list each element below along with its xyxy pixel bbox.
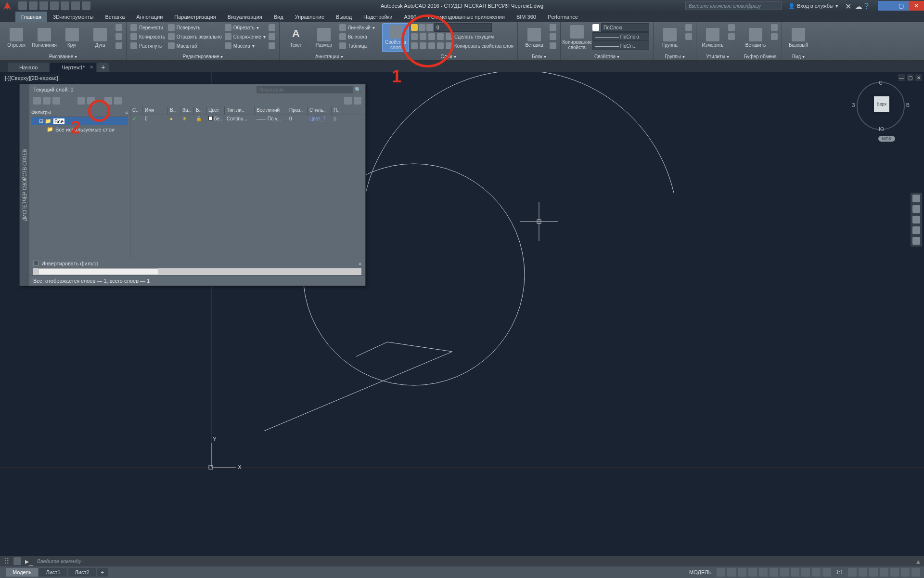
util-1[interactable] [727,23,736,32]
match-props-button[interactable]: Копирование свойств [564,23,590,52]
close-button[interactable]: ✕ [909,1,924,11]
tab-performance[interactable]: Performance [542,12,584,22]
layer-states-icon[interactable] [52,97,60,105]
insert-block-button[interactable]: Вставка [521,23,548,52]
ungroup-button[interactable] [684,23,693,32]
cmdline-handle-icon[interactable]: ⠿ [4,557,10,566]
col-freeze[interactable]: За.. [180,106,194,115]
layer-row-0[interactable]: ✔ 0 ● ☀ 🔓 бе.. Continu... —— По у... 0 Ц… [130,115,365,124]
cmdline-prompt-icon[interactable] [13,557,21,565]
cloud-icon[interactable]: ☁ [855,2,862,10]
dynucs-toggle-icon[interactable] [812,568,821,577]
cut-button[interactable] [770,23,779,32]
layout-sheet2[interactable]: Лист2 [68,568,96,577]
qat-new-icon[interactable] [18,1,27,10]
model-space-toggle[interactable]: МОДЕЛЬ [686,569,715,575]
table-button[interactable]: Таблица [338,41,376,50]
tab-home[interactable]: Главная [15,12,47,22]
draw-extra-2[interactable] [115,32,123,41]
tab-addins[interactable]: Надстройки [358,12,398,22]
stretch-button[interactable]: Растянуть [129,41,166,50]
tab-close-icon[interactable]: ✕ [90,65,93,70]
clean-screen-icon[interactable] [901,568,910,577]
col-linetype[interactable]: Тип ли.. [225,106,255,115]
tab-insert[interactable]: Вставка [99,12,130,22]
panel-block-label[interactable]: Блок ▾ [521,53,557,60]
group-edit-button[interactable] [684,32,693,41]
new-layer-icon[interactable] [77,97,85,105]
col-color[interactable]: Цвет [206,106,225,115]
panel-props-label[interactable]: Свойства ▾ [564,53,650,60]
set-current-icon[interactable] [114,97,122,105]
tab-view[interactable]: Вид [268,12,289,22]
qat-redo-icon[interactable] [82,1,90,10]
tab-annotate[interactable]: Аннотации [130,12,168,22]
layer-row-icons[interactable]: Сделать текущим [410,32,514,41]
qat-undo-icon[interactable] [71,1,80,10]
exchange-icon[interactable]: ✕ [845,2,853,10]
layer-properties-button[interactable]: Свойства слоя [382,23,409,52]
dimension-button[interactable]: Размер [310,23,337,52]
tab-3dtools[interactable]: 3D-инструменты [47,12,100,22]
anno-scale[interactable]: 1:1 [833,569,846,575]
refresh-icon[interactable] [344,97,352,105]
leader-button[interactable]: Выноска [338,32,376,41]
fillet-button[interactable]: Сопряжение▾ [224,32,267,41]
tab-a360[interactable]: A360 [398,12,422,22]
group-button[interactable]: Группа [656,23,683,52]
layout-add-button[interactable]: + [97,568,108,577]
maximize-button[interactable]: ▢ [893,1,909,11]
polyline-button[interactable]: Полилиния [31,23,58,52]
base-view-button[interactable]: Базовый [785,23,812,52]
block-attr[interactable] [549,41,557,50]
minimize-button[interactable]: — [878,1,893,11]
lweight-toggle-icon[interactable] [780,568,789,577]
circle-button[interactable]: Круг [59,23,86,52]
dyn-input-toggle-icon[interactable] [822,568,831,577]
linetype-dropdown[interactable]: ————— ПоСл... [591,41,650,50]
otrack-toggle-icon[interactable] [770,568,778,577]
col-plot[interactable]: П.. [332,106,343,115]
help-search-input[interactable]: Введите ключевое слово/фразу [685,1,782,10]
anno-monitor-icon[interactable] [869,568,878,577]
block-edit[interactable] [549,32,557,41]
modify-ex3[interactable] [268,41,276,50]
line-button[interactable]: Отрезок [3,23,30,52]
modify-ex1[interactable] [268,23,276,32]
text-button[interactable]: AТекст [282,23,309,52]
layout-model[interactable]: Модель [6,568,38,577]
orbit-icon[interactable] [912,226,920,234]
new-layer-vp-icon[interactable] [87,97,95,105]
viewcube[interactable]: Верх С Ю В З [857,82,905,130]
col-transparency[interactable]: Проз.. [287,106,308,115]
mirror-button[interactable]: Отразить зеркально [167,32,223,41]
ortho-toggle-icon[interactable] [738,568,746,577]
modify-ex2[interactable] [268,32,276,41]
panel-layers-label[interactable]: Слои ▾ [382,53,514,60]
util-2[interactable] [727,32,736,41]
layout-sheet1[interactable]: Лист1 [39,568,67,577]
cmdline-expand-icon[interactable]: ▴ [916,557,920,566]
cycling-toggle-icon[interactable] [801,568,810,577]
steering-wheel-icon[interactable] [912,195,920,202]
search-icon[interactable]: 🔍 [355,87,361,93]
snap-toggle-icon[interactable] [727,568,736,577]
tab-parametric[interactable]: Параметризация [168,12,221,22]
col-on[interactable]: В.. [168,106,180,115]
qat-save-icon[interactable] [39,1,48,10]
array-button[interactable]: Массив▾ [224,41,267,50]
tab-start[interactable]: Начало [8,63,49,72]
tab-visualize[interactable]: Визуализация [222,12,268,22]
drawing-canvas[interactable]: [-][Сверху][2D-каркас] — ▢ ✕ X Y Ве [0,72,924,556]
draw-extra-1[interactable] [115,23,123,32]
isolate-icon[interactable] [890,568,899,577]
panel-clip-label[interactable]: Буфер обмена [742,53,779,60]
col-lineweight[interactable]: Вес линий [255,106,287,115]
command-line[interactable]: ⠿ ▸_ Введите команду ▴ [0,556,924,566]
layer-dropdown[interactable]: 0 [410,23,514,32]
customize-icon[interactable] [911,568,920,577]
tab-output[interactable]: Вывод [330,12,358,22]
linear-dim-button[interactable]: Линейный▾ [338,23,376,32]
scrollbar-thumb[interactable] [38,268,158,275]
tab-bim360[interactable]: BIM 360 [511,12,542,22]
